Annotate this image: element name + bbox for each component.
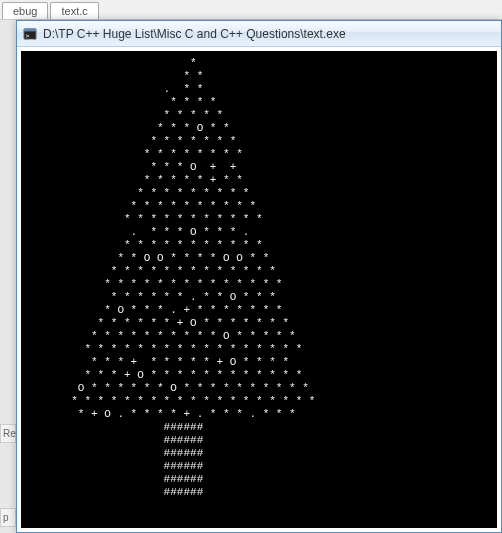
- tab-textc[interactable]: text.c: [50, 2, 98, 19]
- svg-text:>_: >_: [26, 31, 34, 39]
- window-title: D:\TP C++ Huge List\Misc C and C++ Quest…: [43, 27, 346, 41]
- tab-label: text.c: [61, 5, 87, 17]
- titlebar[interactable]: >_ D:\TP C++ Huge List\Misc C and C++ Qu…: [17, 21, 501, 47]
- editor-tab-strip: ebug text.c: [0, 0, 502, 20]
- tab-debug[interactable]: ebug: [2, 2, 48, 19]
- ascii-tree: * * * . * * * * * * * * * * * * * * O * …: [25, 57, 493, 499]
- console-window: >_ D:\TP C++ Huge List\Misc C and C++ Qu…: [16, 20, 502, 533]
- side-panel-fragment: Re: [0, 424, 16, 443]
- console-output: * * * . * * * * * * * * * * * * * * O * …: [21, 51, 497, 528]
- side-panel-fragment: p: [0, 508, 16, 527]
- tab-label: ebug: [13, 5, 37, 17]
- console-app-icon: >_: [23, 27, 37, 41]
